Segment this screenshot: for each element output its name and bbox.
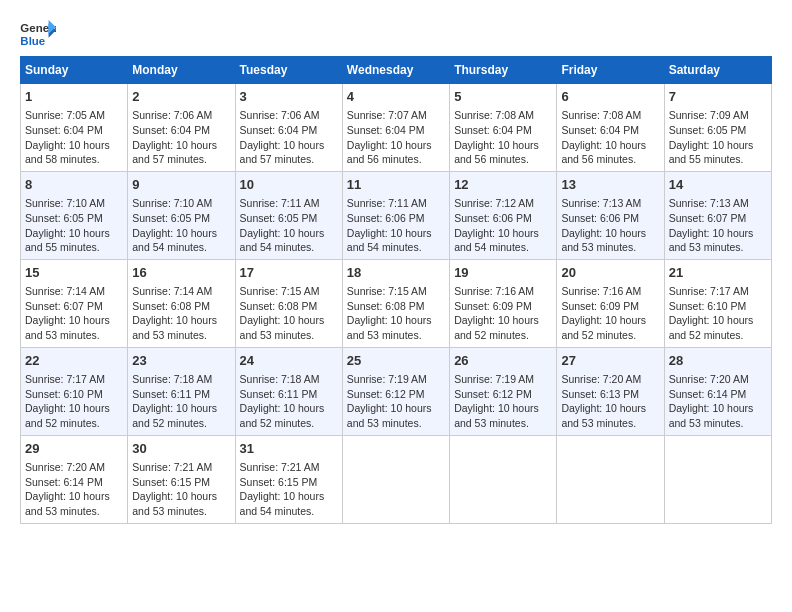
day-number: 26 <box>454 352 552 370</box>
calendar-cell: 27Sunrise: 7:20 AMSunset: 6:13 PMDayligh… <box>557 347 664 435</box>
day-info-line: Daylight: 10 hours <box>132 226 230 241</box>
day-info-line: Sunrise: 7:21 AM <box>132 460 230 475</box>
day-info-line: Sunset: 6:15 PM <box>240 475 338 490</box>
weekday-header-friday: Friday <box>557 57 664 84</box>
day-info-line: and 53 minutes. <box>347 328 445 343</box>
day-info-line: and 54 minutes. <box>132 240 230 255</box>
day-info-line: and 57 minutes. <box>132 152 230 167</box>
day-number: 19 <box>454 264 552 282</box>
calendar-cell: 24Sunrise: 7:18 AMSunset: 6:11 PMDayligh… <box>235 347 342 435</box>
day-info-line: Sunrise: 7:17 AM <box>25 372 123 387</box>
calendar-cell: 31Sunrise: 7:21 AMSunset: 6:15 PMDayligh… <box>235 435 342 523</box>
day-info-line: and 53 minutes. <box>454 416 552 431</box>
day-info-line: and 53 minutes. <box>25 504 123 519</box>
day-info-line: Sunrise: 7:11 AM <box>240 196 338 211</box>
day-info-line: Sunrise: 7:20 AM <box>561 372 659 387</box>
day-info-line: and 52 minutes. <box>669 328 767 343</box>
calendar-cell: 8Sunrise: 7:10 AMSunset: 6:05 PMDaylight… <box>21 171 128 259</box>
day-info-line: Sunrise: 7:08 AM <box>454 108 552 123</box>
day-info-line: Sunset: 6:04 PM <box>240 123 338 138</box>
weekday-header-saturday: Saturday <box>664 57 771 84</box>
day-info-line: Sunrise: 7:19 AM <box>347 372 445 387</box>
calendar-cell: 5Sunrise: 7:08 AMSunset: 6:04 PMDaylight… <box>450 84 557 172</box>
day-info-line: and 56 minutes. <box>347 152 445 167</box>
day-info-line: Sunrise: 7:19 AM <box>454 372 552 387</box>
day-info-line: and 56 minutes. <box>561 152 659 167</box>
day-number: 27 <box>561 352 659 370</box>
day-info-line: Sunset: 6:05 PM <box>25 211 123 226</box>
day-number: 29 <box>25 440 123 458</box>
day-info-line: Sunset: 6:05 PM <box>240 211 338 226</box>
day-info-line: Daylight: 10 hours <box>669 313 767 328</box>
day-info-line: Daylight: 10 hours <box>454 401 552 416</box>
day-info-line: Sunset: 6:11 PM <box>132 387 230 402</box>
day-info-line: Sunset: 6:11 PM <box>240 387 338 402</box>
day-info-line: and 53 minutes. <box>132 504 230 519</box>
day-info-line: and 52 minutes. <box>25 416 123 431</box>
calendar-cell: 21Sunrise: 7:17 AMSunset: 6:10 PMDayligh… <box>664 259 771 347</box>
calendar-body: 1Sunrise: 7:05 AMSunset: 6:04 PMDaylight… <box>21 84 772 524</box>
day-info-line: and 58 minutes. <box>25 152 123 167</box>
day-info-line: and 54 minutes. <box>240 504 338 519</box>
day-info-line: Sunset: 6:04 PM <box>132 123 230 138</box>
day-info-line: Sunrise: 7:10 AM <box>25 196 123 211</box>
day-info-line: Sunset: 6:07 PM <box>25 299 123 314</box>
day-info-line: and 52 minutes. <box>454 328 552 343</box>
calendar-cell: 30Sunrise: 7:21 AMSunset: 6:15 PMDayligh… <box>128 435 235 523</box>
day-info-line: Sunset: 6:08 PM <box>347 299 445 314</box>
day-info-line: and 53 minutes. <box>240 328 338 343</box>
day-info-line: Sunset: 6:06 PM <box>561 211 659 226</box>
day-info-line: Daylight: 10 hours <box>132 313 230 328</box>
calendar-week-row: 1Sunrise: 7:05 AMSunset: 6:04 PMDaylight… <box>21 84 772 172</box>
calendar-week-row: 15Sunrise: 7:14 AMSunset: 6:07 PMDayligh… <box>21 259 772 347</box>
day-info-line: Sunrise: 7:09 AM <box>669 108 767 123</box>
day-info-line: and 54 minutes. <box>347 240 445 255</box>
day-number: 7 <box>669 88 767 106</box>
day-info-line: Sunset: 6:09 PM <box>561 299 659 314</box>
day-info-line: and 54 minutes. <box>240 240 338 255</box>
day-info-line: Sunrise: 7:13 AM <box>561 196 659 211</box>
calendar-cell: 20Sunrise: 7:16 AMSunset: 6:09 PMDayligh… <box>557 259 664 347</box>
calendar-cell: 15Sunrise: 7:14 AMSunset: 6:07 PMDayligh… <box>21 259 128 347</box>
calendar-cell: 28Sunrise: 7:20 AMSunset: 6:14 PMDayligh… <box>664 347 771 435</box>
day-info-line: and 53 minutes. <box>561 416 659 431</box>
day-number: 15 <box>25 264 123 282</box>
day-info-line: Sunset: 6:04 PM <box>25 123 123 138</box>
day-number: 10 <box>240 176 338 194</box>
weekday-header-sunday: Sunday <box>21 57 128 84</box>
day-info-line: Daylight: 10 hours <box>669 226 767 241</box>
day-info-line: and 53 minutes. <box>25 328 123 343</box>
day-info-line: Daylight: 10 hours <box>25 401 123 416</box>
day-info-line: Sunrise: 7:13 AM <box>669 196 767 211</box>
calendar-cell: 16Sunrise: 7:14 AMSunset: 6:08 PMDayligh… <box>128 259 235 347</box>
day-info-line: Daylight: 10 hours <box>454 226 552 241</box>
day-info-line: Daylight: 10 hours <box>669 138 767 153</box>
day-info-line: and 57 minutes. <box>240 152 338 167</box>
day-info-line: Sunset: 6:13 PM <box>561 387 659 402</box>
day-number: 14 <box>669 176 767 194</box>
day-info-line: Daylight: 10 hours <box>454 138 552 153</box>
day-info-line: Daylight: 10 hours <box>25 489 123 504</box>
calendar-cell: 26Sunrise: 7:19 AMSunset: 6:12 PMDayligh… <box>450 347 557 435</box>
logo-icon: General Blue <box>20 20 56 50</box>
day-info-line: Sunset: 6:04 PM <box>454 123 552 138</box>
calendar-cell: 1Sunrise: 7:05 AMSunset: 6:04 PMDaylight… <box>21 84 128 172</box>
calendar-cell: 11Sunrise: 7:11 AMSunset: 6:06 PMDayligh… <box>342 171 449 259</box>
day-info-line: Sunset: 6:05 PM <box>132 211 230 226</box>
day-info-line: Sunset: 6:06 PM <box>454 211 552 226</box>
day-info-line: Sunset: 6:08 PM <box>132 299 230 314</box>
calendar-cell: 2Sunrise: 7:06 AMSunset: 6:04 PMDaylight… <box>128 84 235 172</box>
day-info-line: Daylight: 10 hours <box>25 138 123 153</box>
page-header: General Blue <box>20 20 772 50</box>
day-number: 12 <box>454 176 552 194</box>
calendar-week-row: 8Sunrise: 7:10 AMSunset: 6:05 PMDaylight… <box>21 171 772 259</box>
calendar-cell: 9Sunrise: 7:10 AMSunset: 6:05 PMDaylight… <box>128 171 235 259</box>
day-info-line: and 52 minutes. <box>561 328 659 343</box>
weekday-header-thursday: Thursday <box>450 57 557 84</box>
day-number: 4 <box>347 88 445 106</box>
calendar-cell: 12Sunrise: 7:12 AMSunset: 6:06 PMDayligh… <box>450 171 557 259</box>
calendar-cell <box>664 435 771 523</box>
day-info-line: Daylight: 10 hours <box>454 313 552 328</box>
day-info-line: Sunrise: 7:18 AM <box>240 372 338 387</box>
calendar-cell: 25Sunrise: 7:19 AMSunset: 6:12 PMDayligh… <box>342 347 449 435</box>
